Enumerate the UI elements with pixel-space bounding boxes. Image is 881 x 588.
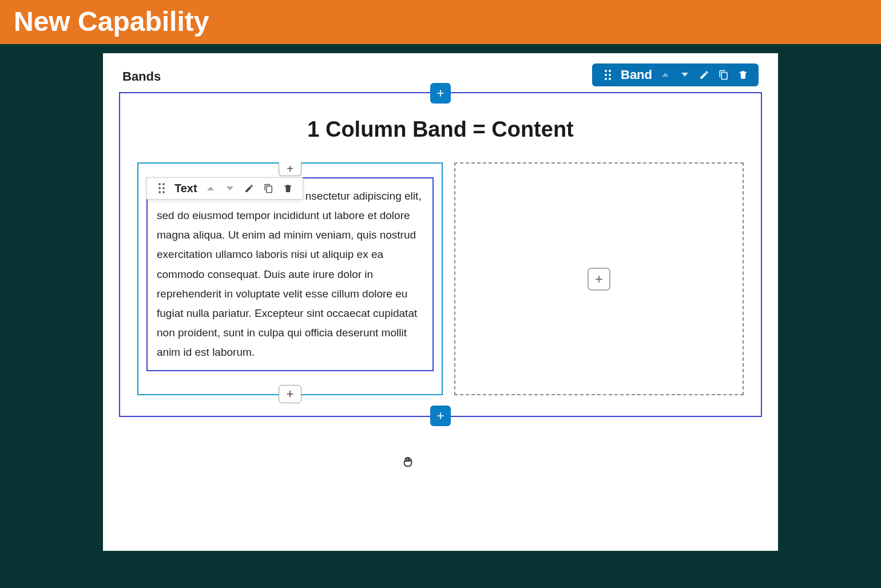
band-heading: 1 Column Band = Content <box>137 117 744 142</box>
copy-icon[interactable] <box>717 69 730 81</box>
drag-handle-icon[interactable] <box>601 69 614 81</box>
add-content-button[interactable]: + <box>588 268 610 291</box>
band-toolbar-label: Band <box>621 67 652 82</box>
grab-cursor-icon <box>402 455 414 468</box>
drag-handle-icon[interactable] <box>155 182 168 194</box>
delete-icon[interactable] <box>282 182 295 194</box>
band-container[interactable]: 1 Column Band = Content + Text <box>119 92 762 418</box>
edit-icon[interactable] <box>243 182 256 194</box>
move-up-icon[interactable] <box>204 182 217 194</box>
text-block[interactable]: Text <box>146 177 434 372</box>
bands-section: Bands Band 1 Colum <box>119 69 762 418</box>
text-body: adipiscing elit, sed do eiusmod tempor i… <box>157 190 422 359</box>
add-band-below-button[interactable] <box>430 406 451 426</box>
column-right-empty[interactable]: + <box>454 162 744 396</box>
page-title: New Capability <box>14 6 209 37</box>
editor-canvas: Bands Band 1 Colum <box>103 53 778 551</box>
delete-icon[interactable] <box>737 69 749 81</box>
edit-icon[interactable] <box>698 69 711 81</box>
band-toolbar[interactable]: Band <box>592 63 759 86</box>
move-up-icon[interactable] <box>659 69 672 81</box>
column-left[interactable]: + Text <box>137 162 443 396</box>
add-content-below-button[interactable]: + <box>279 385 301 403</box>
move-down-icon[interactable] <box>224 182 236 194</box>
text-toolbar-label: Text <box>174 182 197 195</box>
move-down-icon[interactable] <box>678 69 691 81</box>
text-visible-suffix: nsectetur <box>305 190 350 202</box>
band-columns: + Text <box>137 162 744 396</box>
copy-icon[interactable] <box>263 182 275 194</box>
page-header: New Capability <box>0 0 881 44</box>
text-toolbar[interactable]: Text <box>146 177 303 200</box>
add-band-above-button[interactable] <box>430 83 451 104</box>
add-content-above-button[interactable]: + <box>279 162 301 176</box>
text-content[interactable]: Lorem ipsum dolor sit amet, consectetur … <box>157 186 423 363</box>
